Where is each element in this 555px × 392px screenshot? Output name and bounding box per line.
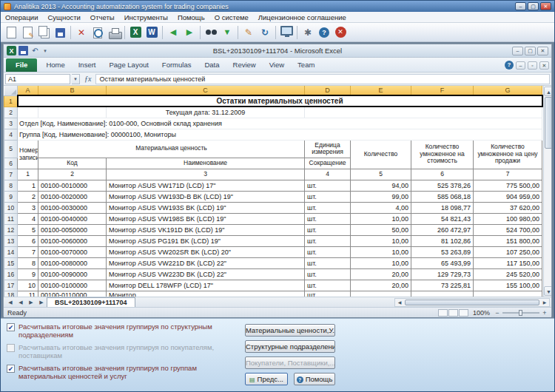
excel-close-button[interactable]: ✕ (537, 47, 548, 55)
excel-logo-icon[interactable]: X (7, 46, 16, 55)
checkbox-0[interactable]: ✔ (7, 323, 15, 331)
cell[interactable]: шт. (305, 213, 351, 224)
row-header-3[interactable]: 3 (4, 118, 18, 129)
cell[interactable]: Монитор ASUS VW171D (LCD) 17" (107, 180, 305, 191)
column-number-cell[interactable]: 5 (351, 169, 411, 180)
row-header-15[interactable]: 15 (4, 257, 18, 268)
cell[interactable]: 20,00 (351, 268, 411, 280)
cell[interactable]: 2 (18, 191, 38, 202)
cell[interactable]: 585 068,18 (411, 191, 474, 202)
cell[interactable]: 151 800,00 (474, 235, 542, 246)
name-box[interactable]: A1 (5, 74, 70, 84)
row-header-10[interactable]: 10 (4, 202, 18, 213)
scroll-up-icon[interactable]: ▲ (544, 87, 551, 96)
select-all-button[interactable] (4, 86, 18, 95)
cell[interactable] (351, 291, 411, 297)
cell[interactable]: 117 150,00 (474, 257, 542, 268)
settings-icon[interactable]: ✱ (300, 24, 316, 41)
cell[interactable]: 10,00 (351, 213, 411, 224)
cell[interactable]: 8 (18, 257, 38, 268)
zoom-thumb[interactable] (519, 310, 522, 316)
column-header-D[interactable]: D (305, 86, 351, 95)
current-date-cell[interactable]: Текущая дата: 31.12.2009 (107, 107, 305, 118)
zoom-slider[interactable]: − + (494, 309, 548, 317)
cell[interactable]: 00100-0080000 (38, 257, 107, 268)
cell[interactable]: Монитор ASUS VW193D-B BK (LCD) 19" (107, 191, 305, 202)
department-cell[interactable]: Отдел [Код, Наименование]: 0100-000, Осн… (18, 118, 542, 129)
search-binoculars-icon[interactable] (203, 24, 219, 41)
column-number-cell[interactable]: 2 (38, 169, 107, 180)
page-break-view-icon[interactable] (459, 309, 468, 317)
cell[interactable]: Монитор ASUS VW202SR BK (LCD) 20" (107, 246, 305, 257)
cell[interactable]: шт. (305, 246, 351, 257)
next-record-icon[interactable]: ▶ (181, 24, 198, 41)
row-header-9[interactable]: 9 (4, 191, 18, 202)
close-button[interactable]: ✕ (540, 2, 551, 10)
header-cell[interactable]: Код (38, 158, 107, 169)
workbook-close-icon[interactable]: ✕ (539, 61, 549, 70)
cell[interactable]: 107 250,00 (474, 246, 542, 257)
cell[interactable] (474, 291, 542, 297)
header-cell[interactable]: Количество умноженное на цену продажи (474, 140, 542, 169)
last-sheet-icon[interactable]: ▶ (36, 300, 47, 305)
cell[interactable]: 4,00 (351, 202, 411, 213)
column-header-B[interactable]: B (38, 86, 107, 95)
workbook-restore-icon[interactable]: ▫ (528, 61, 537, 70)
cell[interactable]: 00100-0040000 (38, 213, 107, 224)
cell[interactable]: 00100-0110000 (38, 291, 107, 297)
cell[interactable] (411, 291, 474, 297)
cell[interactable]: 81 102,86 (411, 235, 474, 246)
tab-home[interactable]: Home (39, 58, 71, 72)
help-book-icon[interactable]: ? (316, 24, 332, 41)
cell[interactable]: шт. (305, 224, 351, 235)
cell[interactable]: Монитор ASUS VK191D BK (LCD) 19" (107, 224, 305, 235)
qat-save-icon[interactable] (18, 46, 28, 55)
preview-icon[interactable] (90, 24, 106, 41)
cell[interactable]: шт. (305, 191, 351, 202)
qat-customize-icon[interactable]: ▾ (42, 46, 48, 55)
cell[interactable]: 5 (18, 224, 38, 235)
word-export-icon[interactable]: W (144, 24, 160, 41)
first-sheet-icon[interactable]: ◀ (5, 300, 16, 305)
next-sheet-icon[interactable]: ▶ (26, 300, 36, 305)
header-cell[interactable]: Единица измерения (305, 140, 351, 158)
column-header-F[interactable]: F (411, 86, 474, 95)
cell[interactable]: 129 729,73 (411, 268, 474, 280)
row-header-7[interactable]: 7 (4, 169, 18, 180)
minimize-button[interactable]: – (515, 2, 526, 10)
cell[interactable]: 00100-0050000 (38, 224, 107, 235)
help-button[interactable]: Помощь (294, 373, 335, 385)
cell[interactable]: 00100-0100000 (38, 280, 107, 291)
open-document-icon[interactable] (19, 24, 36, 41)
cell[interactable]: 11 (18, 291, 38, 297)
cell[interactable]: 10 (18, 280, 38, 291)
new-document-icon[interactable] (3, 24, 19, 41)
preview-report-button[interactable]: Предс... (245, 373, 288, 385)
previous-record-icon[interactable]: ◀ (165, 24, 181, 41)
cell[interactable]: 54 821,43 (411, 213, 474, 224)
row-header-4[interactable]: 4 (4, 129, 18, 140)
cell[interactable]: 00100-0030000 (38, 202, 107, 213)
excel-maximize-button[interactable]: ▢ (525, 47, 536, 55)
cell[interactable]: 00100-0070000 (38, 246, 107, 257)
menu-item-4[interactable]: Помощь (178, 13, 205, 21)
group-cell[interactable]: Группа [Код, Наименование]: 00000100, Мо… (18, 129, 542, 140)
ribbon-help-icon[interactable]: ? (505, 61, 514, 70)
row-header-14[interactable]: 14 (4, 246, 18, 257)
cell[interactable]: 775 500,00 (474, 180, 542, 191)
cell[interactable]: 7 (18, 246, 38, 257)
cell[interactable]: 524 700,00 (474, 224, 542, 235)
excel-export-icon[interactable]: X (127, 24, 144, 41)
menu-item-5[interactable]: О системе (215, 13, 249, 21)
vertical-scroll-thumb[interactable] (545, 97, 551, 149)
exit-icon[interactable]: ✕ (332, 24, 349, 41)
cell[interactable]: шт. (305, 268, 351, 280)
menu-item-3[interactable]: Инструменты (124, 13, 168, 21)
column-number-cell[interactable]: 1 (18, 169, 38, 180)
cell[interactable]: Монитор (107, 291, 305, 297)
cell[interactable]: 6 (18, 235, 38, 246)
tab-view[interactable]: View (263, 58, 291, 72)
cell[interactable]: Монитор ASUS VW193S BK (LCD) 19" (107, 202, 305, 213)
cell[interactable]: 00100-0010000 (38, 180, 107, 191)
header-cell[interactable]: Номер записи (18, 140, 38, 169)
